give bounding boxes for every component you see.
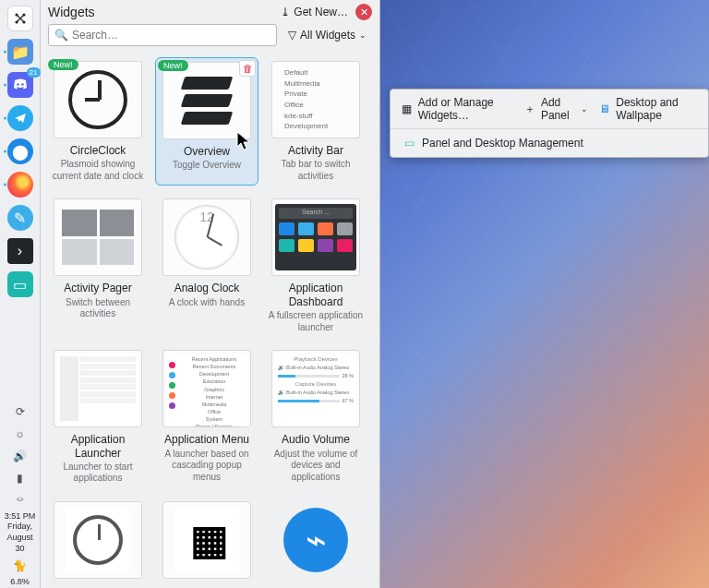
menu-add-panel[interactable]: ＋ Add Panel ⌄ — [519, 92, 594, 126]
bluetooth-thumb: ⌁ — [271, 501, 360, 579]
tray-brightness-icon[interactable]: ☼ — [2, 424, 39, 444]
widget-desc: Tab bar to switch activities — [266, 159, 366, 182]
widget-desc: Switch between activities — [48, 297, 148, 320]
widget-activitybar[interactable]: Default Multimedia Private Office kde-st… — [264, 57, 367, 186]
widget-overview[interactable]: New! 🗑 Overview Toggle Overview — [155, 57, 258, 186]
overview-thumb — [162, 62, 251, 139]
desktop-context-menu: ▦ Add or Manage Widgets… ＋ Add Panel ⌄ 🖥… — [390, 89, 709, 158]
applauncher-thumb — [54, 350, 142, 427]
panel-title: Widgets — [48, 5, 273, 19]
delete-button[interactable]: 🗑 — [239, 60, 256, 77]
widget-applauncher[interactable]: Application Launcher Launcher to start a… — [46, 346, 150, 488]
widget-clock2[interactable] — [46, 498, 150, 582]
appdashboard-thumb: Search ... — [271, 198, 360, 276]
audio-thumb: Playback Devices 🔊Built-in Audio Analog … — [271, 350, 360, 427]
analogclock-thumb: 12 — [162, 198, 251, 276]
taskbar-krita[interactable]: ✎ — [2, 202, 39, 234]
tray-refresh-icon[interactable]: ⟳ — [2, 402, 39, 422]
discord-badge: 21 — [27, 67, 41, 78]
trash-icon: 🗑 — [243, 63, 253, 74]
widget-desc: Toggle Overview — [171, 160, 243, 172]
widget-name: Activity Bar — [288, 144, 343, 157]
taskbar-files[interactable]: 📁 — [2, 36, 39, 67]
appmenu-thumb: Recent Applications Recent Documents Dev… — [162, 350, 251, 427]
widget-desc: Launcher to start applications — [48, 462, 148, 485]
crossword-thumb: ▦ — [162, 501, 251, 579]
battery-percent: 6.8% — [10, 577, 30, 588]
menu-label: Desktop and Wallpape — [616, 96, 697, 122]
filter-label: All Widgets — [300, 29, 355, 42]
tray-cat-icon[interactable]: 🐈 — [2, 556, 39, 576]
widget-bluetooth[interactable]: ⌁ — [264, 498, 367, 582]
new-badge: New! — [158, 60, 188, 71]
menu-wallpaper[interactable]: 🖥 Desktop and Wallpape — [594, 92, 703, 126]
activitypager-thumb — [54, 198, 142, 276]
widget-desc: A launcher based on cascading popup menu… — [157, 449, 257, 484]
search-icon: 🔍 — [54, 29, 68, 42]
menu-label: Panel and Desktop Management — [422, 137, 583, 150]
taskbar-app-blue[interactable]: ⬤ — [2, 136, 39, 167]
get-new-label: Get New… — [294, 6, 348, 18]
widget-appmenu[interactable]: Recent Applications Recent Documents Dev… — [155, 346, 258, 488]
clock-date: 30 — [15, 544, 24, 555]
taskbar-firefox[interactable] — [2, 169, 39, 200]
close-icon: ✕ — [360, 6, 368, 18]
widget-appdashboard[interactable]: Search ... Application Dashboard A fulls… — [264, 195, 367, 337]
widget-name: Application Dashboard — [266, 282, 366, 308]
widgets-grid: New! CircleClock Plasmoid showing curren… — [41, 52, 379, 588]
plus-icon: ＋ — [524, 102, 535, 116]
taskbar-discord[interactable]: 21 — [2, 69, 39, 101]
menu-panel-management[interactable]: ▭ Panel and Desktop Management — [396, 132, 589, 154]
svg-point-4 — [17, 83, 19, 86]
close-button[interactable]: ✕ — [355, 4, 372, 20]
taskbar-start[interactable] — [2, 3, 39, 34]
widget-name: Application Menu — [164, 433, 249, 446]
wallpaper-icon: 🖥 — [599, 102, 610, 116]
circleclock-thumb — [54, 61, 142, 138]
clock-time[interactable]: 3:51 PM — [5, 511, 36, 522]
widget-desc: A clock with hands — [167, 297, 246, 309]
taskbar: 📁 21 ⬤ ✎ › ▭ ⟳ ☼ 🔊 ▮ ⌔ 3:51 PM Friday, A… — [0, 0, 41, 588]
menu-add-widgets[interactable]: ▦ Add or Manage Widgets… — [396, 92, 519, 126]
taskbar-telegram[interactable] — [2, 102, 39, 134]
filter-dropdown[interactable]: ▽ All Widgets ⌄ — [282, 26, 372, 44]
widget-desc: Adjust the volume of devices and applica… — [266, 449, 366, 484]
clock-month: August — [6, 533, 32, 544]
chevron-down-icon: ⌄ — [581, 104, 588, 114]
widget-name: Application Launcher — [48, 433, 148, 460]
widget-analogclock[interactable]: 12 Analog Clock A clock with hands — [155, 195, 258, 337]
get-new-button[interactable]: ⤓ Get New… — [281, 6, 348, 18]
tray-volume-icon[interactable]: 🔊 — [2, 446, 39, 466]
menu-label: Add Panel — [541, 96, 573, 122]
search-input[interactable] — [72, 29, 270, 42]
widget-name: Overview — [184, 145, 230, 158]
tray-battery-icon[interactable]: ▮ — [2, 468, 39, 488]
svg-point-5 — [21, 83, 24, 86]
chevron-down-icon: ⌄ — [359, 30, 367, 40]
download-icon: ⤓ — [281, 6, 290, 18]
clock2-thumb — [54, 501, 142, 579]
widget-crossword[interactable]: ▦ — [155, 498, 258, 582]
tray-wifi-icon[interactable]: ⌔ — [2, 490, 39, 510]
widget-circleclock[interactable]: New! CircleClock Plasmoid showing curren… — [46, 57, 150, 186]
taskbar-cassette[interactable]: ▭ — [2, 269, 39, 300]
clock-day: Friday, — [7, 522, 32, 533]
search-field[interactable]: 🔍 — [48, 24, 277, 46]
taskbar-expand[interactable]: › — [2, 235, 39, 267]
widgets-panel: Widgets ⤓ Get New… ✕ 🔍 ▽ All Widgets ⌄ N… — [41, 0, 380, 588]
activitybar-thumb: Default Multimedia Private Office kde-st… — [271, 61, 360, 138]
panel-icon: ▭ — [402, 136, 416, 150]
widget-desc: A fullscreen application launcher — [266, 310, 366, 333]
widget-name: CircleClock — [70, 144, 126, 157]
widget-activitypager[interactable]: Activity Pager Switch between activities — [46, 195, 150, 337]
new-badge: New! — [48, 59, 78, 70]
filter-icon: ▽ — [288, 29, 296, 42]
widget-desc: Plasmoid showing current date and clock — [48, 159, 148, 182]
widgets-icon: ▦ — [402, 102, 413, 116]
widget-name: Analog Clock — [174, 282, 240, 294]
widget-name: Audio Volume — [282, 433, 350, 446]
menu-label: Add or Manage Widgets… — [418, 96, 513, 122]
widget-audiovolume[interactable]: Playback Devices 🔊Built-in Audio Analog … — [264, 346, 367, 488]
widget-name: Activity Pager — [64, 282, 131, 294]
